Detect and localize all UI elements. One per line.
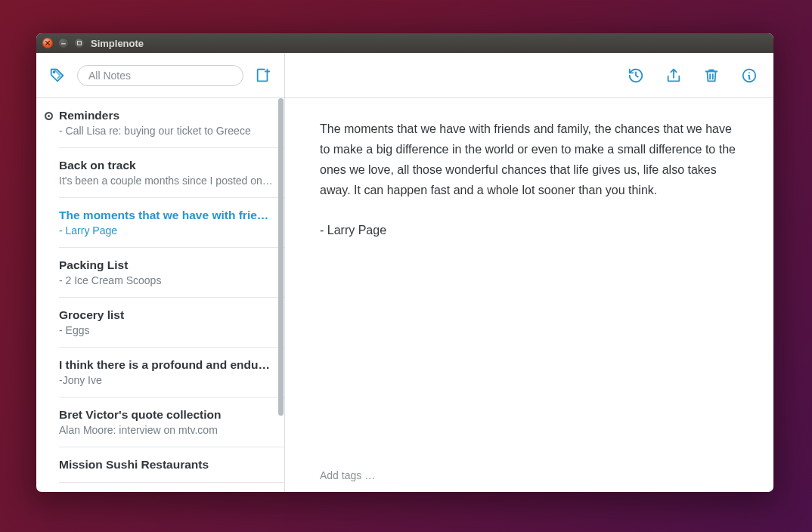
- note-item[interactable]: Grocery list- Eggs: [59, 298, 284, 348]
- note-preview: - 2 Ice Cream Scoops: [59, 274, 274, 286]
- search-input[interactable]: [77, 65, 243, 86]
- note-title: Packing List: [59, 258, 274, 272]
- app-window: Simplenote: [36, 33, 773, 492]
- note-item[interactable]: Packing List- 2 Ice Cream Scoops: [59, 248, 284, 298]
- editor-toolbar: [285, 53, 773, 98]
- note-preview: It's been a couple months since I posted…: [59, 175, 274, 187]
- note-title: I think there is a profound and enduring…: [59, 358, 274, 372]
- note-item[interactable]: Bret Victor's quote collectionAlan Moore…: [59, 397, 284, 447]
- note-body[interactable]: The moments that we have with friends an…: [320, 119, 739, 201]
- titlebar[interactable]: Simplenote: [36, 33, 773, 53]
- note-title: Back on track: [59, 159, 274, 172]
- note-preview: Alan Moore: interview on mtv.com: [59, 424, 274, 436]
- note-title: Bret Victor's quote collection: [59, 408, 274, 422]
- sidebar: Reminders- Call Lisa re: buying our tick…: [36, 53, 285, 492]
- note-preview: - Call Lisa re: buying our ticket to Gre…: [59, 125, 274, 137]
- trash-button[interactable]: [701, 65, 722, 86]
- tags-input[interactable]: Add tags …: [285, 459, 773, 492]
- window-maximize-button[interactable]: [74, 38, 85, 48]
- notes-list: Reminders- Call Lisa re: buying our tick…: [36, 98, 284, 492]
- note-item[interactable]: Back on trackIt's been a couple months s…: [59, 148, 284, 198]
- note-title: Reminders: [59, 109, 274, 122]
- share-button[interactable]: [663, 65, 684, 86]
- history-button[interactable]: [625, 65, 646, 86]
- sidebar-toolbar: [36, 53, 284, 98]
- scrollbar-track[interactable]: [278, 98, 284, 492]
- note-item[interactable]: I think there is a profound and enduring…: [59, 348, 284, 397]
- scrollbar-thumb[interactable]: [278, 98, 284, 416]
- note-title: Mission Sushi Restaurants: [59, 458, 274, 472]
- note-editor[interactable]: The moments that we have with friends an…: [285, 98, 773, 459]
- note-item[interactable]: Mission Sushi Restaurants: [59, 447, 284, 483]
- pin-icon: [45, 112, 53, 120]
- svg-rect-0: [78, 42, 82, 45]
- note-preview: -Jony Ive: [59, 374, 274, 386]
- note-attribution[interactable]: - Larry Page: [320, 221, 739, 241]
- tags-button[interactable]: [47, 65, 68, 86]
- note-preview: - Larry Page: [59, 224, 274, 237]
- window-minimize-button[interactable]: [58, 38, 69, 48]
- note-item[interactable]: The moments that we have with friends an…: [59, 198, 284, 248]
- note-item[interactable]: Reminders- Call Lisa re: buying our tick…: [59, 98, 284, 148]
- note-title: The moments that we have with friends an…: [59, 209, 274, 222]
- svg-point-1: [54, 71, 55, 73]
- new-note-button[interactable]: [253, 65, 274, 86]
- window-close-button[interactable]: [42, 38, 53, 48]
- window-title: Simplenote: [91, 38, 144, 49]
- note-title: Grocery list: [59, 308, 274, 322]
- info-button[interactable]: [739, 65, 760, 86]
- editor-pane: The moments that we have with friends an…: [285, 53, 773, 492]
- note-preview: - Eggs: [59, 324, 274, 336]
